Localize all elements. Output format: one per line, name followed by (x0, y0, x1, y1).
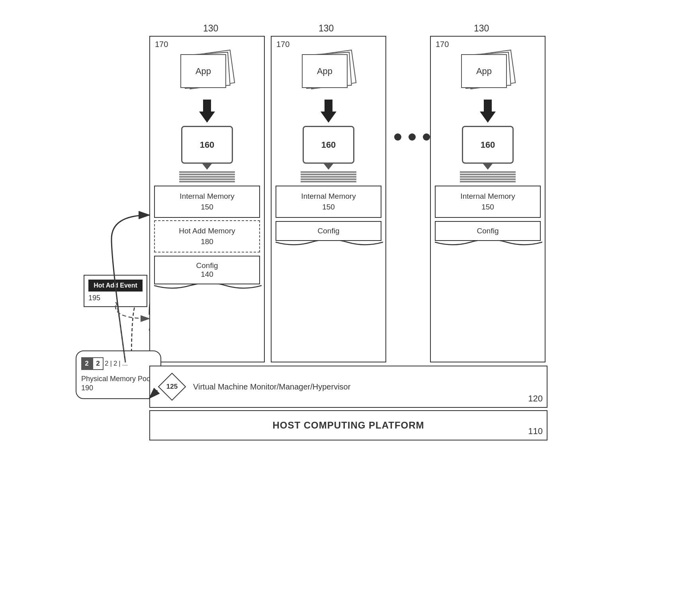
line-2a (301, 171, 356, 173)
internal-memory-text-1: Internal Memory 150 (158, 191, 256, 212)
monitor-lines-3 (460, 170, 516, 183)
config-box-2: Config (276, 221, 381, 241)
ellipsis-dots (394, 133, 430, 141)
pool-cell-1: 2 (81, 357, 92, 370)
diamond-container: 125 (158, 373, 186, 401)
pool-sep-3: ... (121, 360, 129, 368)
pool-box: 2 2 2 | 2 | ... Physical Memory Pool 190 (76, 350, 161, 399)
monitor-wrap-3: 160 (462, 126, 514, 170)
pool-sep-1: 2 (104, 360, 109, 368)
line-3e (460, 181, 516, 182)
app-num-1: 170 (155, 40, 168, 49)
dot-1 (394, 133, 401, 141)
monitor-label-1: 160 (200, 140, 215, 150)
line-2c (301, 176, 356, 178)
config-text-3: Config (440, 227, 536, 235)
app-num-3: 170 (436, 40, 449, 49)
config-wave-1 (154, 284, 262, 294)
internal-memory-box-2: Internal Memory 150 (276, 186, 381, 218)
monitor-wrap-2: 160 (303, 126, 354, 170)
pages-icon-3: App (458, 53, 518, 92)
arrow-shaft-1 (203, 100, 211, 112)
internal-memory-text-3: Internal Memory 150 (439, 191, 537, 212)
monitor-3: 160 (462, 126, 514, 164)
monitor-section-1: 160 (150, 126, 264, 183)
config-section-2: Config (276, 221, 381, 250)
pages-icon-1: App (177, 53, 237, 92)
page-1-3: App (461, 54, 507, 88)
monitor-1: 160 (181, 126, 233, 164)
line-1e (179, 181, 235, 182)
vmm-num: 120 (528, 393, 543, 404)
internal-memory-box-3: Internal Memory 150 (435, 186, 541, 218)
pool-cells-row: 2 2 2 | 2 | ... (81, 357, 156, 370)
line-1b (179, 174, 235, 175)
arrow1-1 (150, 100, 264, 123)
line-1a (179, 171, 235, 173)
arrow-head-3 (480, 112, 496, 123)
line-3a (460, 171, 516, 173)
arrow1-3 (431, 100, 545, 123)
platform-area: 125 Virtual Machine Monitor/Manager/Hype… (149, 366, 547, 440)
monitor-2: 160 (303, 126, 354, 164)
pool-label: Physical Memory Pool (81, 374, 156, 384)
hot-add-event-box: Hot Add Event 195 (84, 275, 147, 307)
monitor-section-2: 160 (272, 126, 385, 183)
event-num: 195 (88, 294, 143, 302)
config-text-2: Config (280, 227, 377, 235)
line-2b (301, 174, 356, 175)
monitor-label-2: 160 (321, 140, 336, 150)
pages-icon-2: App (299, 53, 358, 92)
internal-memory-box-1: Internal Memory 150 (154, 186, 260, 218)
host-num: 110 (528, 426, 543, 436)
line-2d (301, 178, 356, 180)
app-text-1: App (196, 66, 211, 76)
vm2-label: 130 (319, 23, 334, 34)
config-box-3: Config (435, 221, 541, 241)
config-num-1: 140 (159, 270, 255, 279)
dot-2 (409, 133, 416, 141)
arrow1-2 (272, 100, 385, 123)
app-num-2: 170 (276, 40, 289, 49)
arrow-head-2 (321, 112, 336, 123)
monitor-wrap-1: 160 (181, 126, 233, 170)
diagram-container: 130 130 130 170 App 160 (72, 16, 629, 573)
diamond-label: 125 (166, 383, 178, 391)
host-text: HOST COMPUTING PLATFORM (158, 420, 539, 431)
monitor-lines-2 (301, 170, 356, 183)
pool-sep-2: 2 (112, 360, 118, 368)
line-2e (301, 181, 356, 182)
pool-num: 190 (81, 384, 156, 392)
line-1d (179, 178, 235, 180)
vm-box-1: 170 App 160 (149, 36, 265, 362)
dot-3 (423, 133, 430, 141)
hot-add-memory-box: Hot Add Memory 180 (154, 220, 260, 252)
page-1-1: App (180, 54, 226, 88)
arrow-shaft-3 (484, 100, 492, 112)
internal-memory-text-2: Internal Memory 150 (280, 191, 377, 212)
app-text-3: App (476, 66, 492, 76)
line-1c (179, 176, 235, 178)
arrow-head-1 (199, 112, 215, 123)
config-box-1: Config 140 (154, 256, 260, 284)
config-text-1: Config (159, 261, 255, 270)
config-section-3: Config (435, 221, 541, 250)
app-section-3: 170 App (431, 37, 545, 96)
app-text-2: App (317, 66, 332, 76)
monitor-label-3: 160 (481, 140, 495, 150)
config-wave-2 (276, 240, 383, 250)
vm1-label: 130 (203, 23, 218, 34)
vmm-box: 125 Virtual Machine Monitor/Manager/Hype… (149, 366, 547, 408)
event-label: Hot Add Event (88, 280, 143, 292)
pool-cell-2: 2 (92, 357, 104, 370)
app-section-2: 170 App (272, 37, 385, 96)
line-3d (460, 178, 516, 180)
line-3b (460, 174, 516, 175)
line-3c (460, 176, 516, 178)
page-1-2: App (302, 54, 348, 88)
vm-box-2: 170 App 160 (271, 36, 386, 362)
hot-add-memory-text: Hot Add Memory 180 (158, 226, 256, 247)
monitor-neck-2 (324, 164, 333, 170)
vmm-text: Virtual Machine Monitor/Manager/Hypervis… (193, 382, 350, 391)
monitor-neck-3 (483, 164, 493, 170)
